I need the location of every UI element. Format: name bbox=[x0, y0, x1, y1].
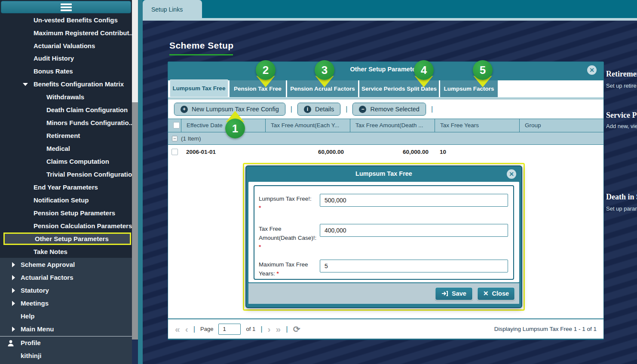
top-tab-bar bbox=[143, 0, 637, 18]
remove-selected-button[interactable]: − Remove Selected bbox=[352, 103, 426, 116]
page-label: Page bbox=[200, 326, 213, 332]
refresh-icon[interactable]: ⟳ bbox=[293, 324, 300, 334]
bg-section-desc-service: Add new, vie bbox=[606, 123, 637, 129]
cell-tax-free-each: 60,000.00 bbox=[265, 149, 350, 155]
field-label-lumpsum-tax-free: Lumpsum Tax Free!: * bbox=[259, 194, 320, 213]
column-tax-free-amount-each-year[interactable]: Tax Free Amount(Each Y... bbox=[265, 119, 350, 132]
close-x-icon: ✕ bbox=[483, 290, 489, 297]
sidebar-item-benefits-configuration-matrix[interactable]: Benefits Configuration Matrix bbox=[0, 78, 132, 91]
maximum-tax-free-years-input[interactable] bbox=[320, 260, 508, 272]
sidebar-item-pension-calculation-parameters[interactable]: Pension Calculation Parameters bbox=[0, 220, 132, 232]
sidebar-item-audit-history[interactable]: Audit History bbox=[0, 52, 132, 65]
bg-section-desc-death: Set up param bbox=[606, 205, 637, 212]
sidebar-item-minors-funds-configuration[interactable]: Minors Funds Configuratio... bbox=[0, 116, 132, 129]
bg-section-heading-service: Service Pr bbox=[606, 111, 637, 120]
cell-tax-free-years: 10 bbox=[435, 149, 519, 155]
sidebar-item-statutory[interactable]: Statutory bbox=[0, 284, 132, 297]
save-login-icon bbox=[441, 291, 448, 297]
sidebar-item-end-year-parameters[interactable]: End Year Parameters bbox=[0, 181, 132, 194]
page-number-input[interactable] bbox=[218, 324, 241, 335]
sidebar-item-scheme-approval[interactable]: Scheme Approval bbox=[0, 258, 132, 271]
chevron-right-icon bbox=[12, 288, 15, 293]
column-tax-free-years[interactable]: Tax Free Years bbox=[435, 119, 519, 132]
table-row[interactable]: 2006-01-01 60,000.00 60,000.00 10 bbox=[168, 145, 603, 159]
sidebar-username: kithinji bbox=[0, 349, 132, 362]
info-icon: i bbox=[304, 106, 311, 113]
save-button[interactable]: Save bbox=[435, 287, 473, 300]
sidebar-item-medical[interactable]: Medical bbox=[0, 142, 132, 155]
minus-icon: − bbox=[359, 106, 366, 113]
cell-effective-date: 2006-01-01 bbox=[181, 149, 265, 155]
annotation-badge-2: 2 bbox=[256, 60, 276, 80]
required-asterisk: * bbox=[277, 270, 279, 277]
sidebar-item-actuarial-valuations[interactable]: Actuarial Valuations bbox=[0, 40, 132, 52]
panel-header: Other Setup Parameters ✕ bbox=[168, 62, 603, 80]
sidebar-right-strip bbox=[138, 0, 143, 364]
modal-footer: Save ✕ Close bbox=[248, 283, 519, 304]
sidebar-item-death-claim-configuration[interactable]: Death Claim Configuration bbox=[0, 104, 132, 116]
sidebar-item-help[interactable]: Help bbox=[0, 310, 132, 323]
chevron-right-icon bbox=[12, 275, 15, 280]
tab-setup-links[interactable]: Setup Links bbox=[143, 0, 202, 18]
select-all-checkbox[interactable] bbox=[173, 122, 180, 128]
lumpsum-tax-free-input[interactable] bbox=[320, 194, 508, 207]
sidebar-item-profile[interactable]: Profile bbox=[0, 336, 132, 349]
row-checkbox[interactable] bbox=[172, 149, 178, 155]
details-button[interactable]: i Details bbox=[297, 103, 340, 116]
required-asterisk: * bbox=[259, 244, 261, 250]
sidebar-item-pension-setup-parameters[interactable]: Pension Setup Parameters bbox=[0, 207, 132, 220]
sidebar-item-maximum-registered-contribution[interactable]: Maximum Registered Contribut... bbox=[0, 27, 132, 40]
sidebar-item-main-menu[interactable]: Main Menu bbox=[0, 323, 132, 336]
sidebar-item-meetings[interactable]: Meetings bbox=[0, 297, 132, 310]
sidebar-item-other-setup-parameters[interactable]: Other Setup Parameters bbox=[3, 232, 131, 245]
field-label-maximum-tax-free-years: Maximum Tax Free Years: * bbox=[259, 260, 320, 278]
column-effective-date[interactable]: Effective Date bbox=[181, 119, 265, 132]
toolbar-separator: | bbox=[346, 105, 347, 113]
modal-body: Lumpsum Tax Free!: * Tax Free Amount(Dea… bbox=[248, 182, 519, 282]
cell-tax-free-death: 60,000.00 bbox=[350, 149, 435, 155]
sidebar-item-notification-setup[interactable]: Notification Setup bbox=[0, 194, 132, 207]
sidebar-item-trivial-pension-configuration[interactable]: Trivial Pension Configuratio.. bbox=[0, 168, 132, 181]
previous-page-button[interactable]: ‹ bbox=[185, 324, 188, 333]
sidebar-item-claims-computation[interactable]: Claims Computation bbox=[0, 155, 132, 168]
sidebar-item-un-vested-benefits-configs[interactable]: Un-vested Benefits Configs bbox=[0, 14, 132, 27]
bg-section-heading-death: Death in S bbox=[606, 193, 637, 202]
sidebar-item-retirement[interactable]: Retirement bbox=[0, 129, 132, 142]
annotation-badge-1: 1 bbox=[225, 119, 245, 138]
modal-close-icon[interactable]: ✕ bbox=[507, 169, 516, 179]
sidebar-item-actuarial-factors[interactable]: Actuarial Factors bbox=[0, 271, 132, 284]
chevron-right-icon bbox=[12, 327, 15, 332]
sidebar-scrollbar-thumb[interactable] bbox=[132, 102, 138, 340]
tab-pension-tax-free[interactable]: Pension Tax Free bbox=[230, 80, 286, 97]
pager-separator: | bbox=[260, 325, 262, 333]
new-lumpsum-tax-free-config-button[interactable]: + New Lumpsum Tax Free Config bbox=[174, 103, 285, 116]
chevron-down-icon bbox=[23, 83, 28, 86]
column-group[interactable]: Group bbox=[519, 119, 603, 132]
collapse-group-icon[interactable]: − bbox=[172, 136, 178, 141]
toolbar-separator: | bbox=[431, 105, 433, 113]
hamburger-icon bbox=[61, 3, 72, 11]
bg-section-desc-retirement: Set up retire bbox=[606, 83, 637, 89]
field-label-tax-free-amount-death: Tax Free Amount(Death Case)!: * bbox=[259, 224, 320, 252]
sidebar: Un-vested Benefits Configs Maximum Regis… bbox=[0, 0, 132, 364]
tab-lumpsum-tax-free[interactable]: Lumpsum Tax Free bbox=[170, 80, 228, 97]
page-title: Scheme Setup bbox=[169, 40, 234, 51]
sidebar-item-withdrawals[interactable]: Withdrawals bbox=[0, 91, 132, 104]
sidebar-item-bonus-rates[interactable]: Bonus Rates bbox=[0, 65, 132, 78]
next-page-button[interactable]: › bbox=[268, 324, 271, 333]
tab-bottom-strip bbox=[168, 97, 603, 99]
panel-title: Other Setup Parameters bbox=[168, 66, 603, 73]
lumpsum-tax-free-modal: Lumpsum Tax Free ✕ Lumpsum Tax Free!: * … bbox=[245, 165, 522, 308]
close-button[interactable]: ✕ Close bbox=[477, 287, 515, 300]
panel-close-icon[interactable]: ✕ bbox=[587, 65, 597, 75]
tab-lumpsum-factors[interactable]: Lumpsum Factors bbox=[440, 80, 498, 97]
sidebar-item-take-notes[interactable]: Take Notes bbox=[0, 245, 132, 258]
toolbar-separator: | bbox=[291, 105, 292, 113]
last-page-button[interactable]: » bbox=[276, 324, 281, 333]
tax-free-amount-death-input[interactable] bbox=[320, 224, 508, 237]
first-page-button[interactable]: « bbox=[175, 324, 180, 333]
chevron-right-icon bbox=[12, 262, 15, 267]
annotation-badge-3: 3 bbox=[315, 60, 334, 80]
sidebar-menu-toggle[interactable] bbox=[1, 1, 131, 13]
column-tax-free-amount-death[interactable]: Tax Free Amount(Death ... bbox=[350, 119, 435, 132]
